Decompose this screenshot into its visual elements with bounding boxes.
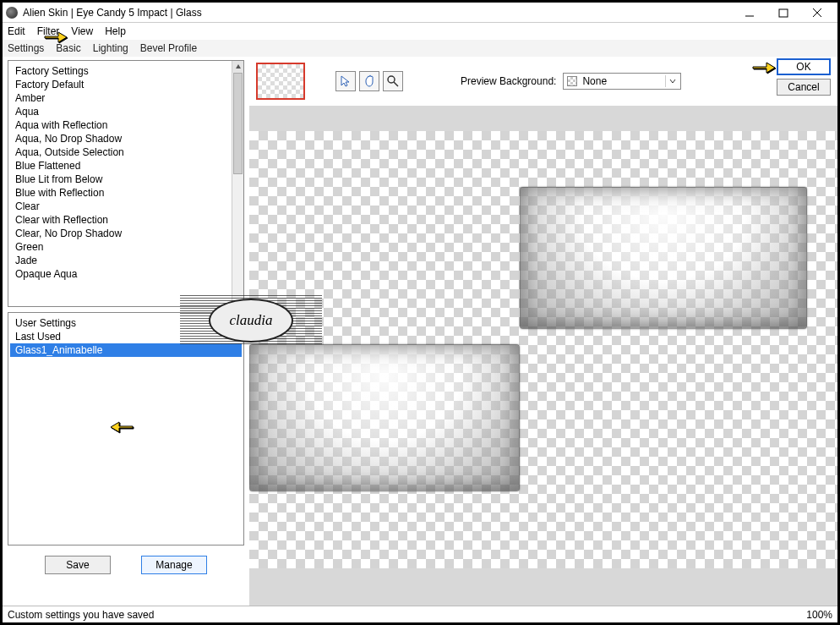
save-button[interactable]: Save xyxy=(45,556,111,574)
close-button[interactable] xyxy=(800,3,834,22)
transparency-swatch-icon xyxy=(567,76,577,86)
menu-help[interactable]: Help xyxy=(105,25,126,37)
app-icon xyxy=(6,7,18,19)
preview-background-control: Preview Background: None xyxy=(461,73,681,90)
list-item[interactable]: Blue Lit from Below xyxy=(10,173,230,186)
menu-filter[interactable]: Filter xyxy=(37,25,60,37)
list-item[interactable]: Jade xyxy=(10,254,230,267)
pointer-annotation-ok xyxy=(751,58,777,77)
svg-line-5 xyxy=(394,82,398,86)
zoom-level: 100% xyxy=(806,609,832,621)
cancel-button[interactable]: Cancel xyxy=(777,79,831,96)
menu-edit[interactable]: Edit xyxy=(8,25,25,37)
list-item[interactable]: Aqua xyxy=(10,105,230,118)
list-item[interactable]: Factory Default xyxy=(10,78,230,91)
titlebar: Alien Skin | Eye Candy 5 Impact | Glass xyxy=(3,3,837,23)
list-item[interactable]: Opaque Aqua xyxy=(10,267,230,281)
zoom-tool[interactable] xyxy=(383,71,403,91)
svg-rect-1 xyxy=(779,9,788,17)
list-item[interactable]: Amber xyxy=(10,91,230,105)
list-item-selected[interactable]: Glass1_Animabelle xyxy=(10,343,242,357)
list-item[interactable]: Clear, No Drop Shadow xyxy=(10,227,230,240)
list-item[interactable]: Clear with Reflection xyxy=(10,213,230,227)
gray-strip-bottom xyxy=(249,568,837,606)
glass-shape xyxy=(249,344,520,491)
list-item[interactable]: Blue with Reflection xyxy=(10,186,230,200)
factory-settings-panel: Factory Settings Factory Default Amber A… xyxy=(8,60,244,307)
toolbar-strip: Preview Background: None OK Cancel xyxy=(249,57,837,106)
tab-lighting[interactable]: Lighting xyxy=(93,42,128,54)
list-item[interactable]: Blue Flattened xyxy=(10,159,230,173)
scrollbar[interactable] xyxy=(232,61,243,306)
right-column: Preview Background: None OK Cancel xyxy=(249,57,837,606)
menubar: Edit Filter View Help xyxy=(3,23,837,40)
menu-view[interactable]: View xyxy=(71,25,93,37)
pointer-tool[interactable] xyxy=(335,71,356,91)
factory-settings-list[interactable]: Factory Settings Factory Default Amber A… xyxy=(8,61,232,306)
button-row: Save Manage xyxy=(8,551,244,576)
manage-button[interactable]: Manage xyxy=(141,556,207,574)
left-column: Factory Settings Factory Default Amber A… xyxy=(3,57,249,606)
list-item[interactable]: Green xyxy=(10,240,230,254)
preview-thumbnail[interactable] xyxy=(256,63,305,100)
tab-settings[interactable]: Settings xyxy=(8,42,44,54)
gray-strip-top xyxy=(249,106,837,131)
hand-tool[interactable] xyxy=(359,71,379,91)
list-item[interactable]: Clear xyxy=(10,200,230,213)
glass-shape xyxy=(520,187,807,329)
list-item-last-used[interactable]: Last Used xyxy=(10,330,242,343)
scroll-thumb[interactable] xyxy=(233,73,243,174)
statusbar: Custom settings you have saved 100% xyxy=(3,606,837,622)
list-item[interactable]: Aqua with Reflection xyxy=(10,118,230,132)
list-item[interactable]: Aqua, Outside Selection xyxy=(10,145,230,159)
list-item[interactable]: Aqua, No Drop Shadow xyxy=(10,132,230,145)
scroll-up-icon[interactable] xyxy=(232,61,243,73)
tab-basic[interactable]: Basic xyxy=(56,42,80,54)
chevron-down-icon xyxy=(665,75,679,87)
user-settings-header: User Settings xyxy=(10,316,242,330)
dialog-buttons: OK Cancel xyxy=(777,58,831,96)
minimize-button[interactable] xyxy=(733,3,766,22)
svg-point-4 xyxy=(388,76,395,83)
ok-button[interactable]: OK xyxy=(777,58,831,75)
factory-settings-header: Factory Settings xyxy=(10,64,230,78)
preview-background-label: Preview Background: xyxy=(461,75,556,87)
preview-canvas[interactable] xyxy=(249,131,837,568)
preview-background-value: None xyxy=(582,75,607,87)
preview-background-select[interactable]: None xyxy=(563,73,681,90)
user-settings-panel: User Settings Last Used Glass1_Animabell… xyxy=(8,312,244,546)
tool-group xyxy=(335,71,403,91)
maximize-button[interactable] xyxy=(766,3,800,22)
window-title: Alien Skin | Eye Candy 5 Impact | Glass xyxy=(23,7,733,19)
tabbar: Settings Basic Lighting Bevel Profile xyxy=(3,40,837,57)
status-text: Custom settings you have saved xyxy=(8,609,154,621)
tab-bevel-profile[interactable]: Bevel Profile xyxy=(140,42,197,54)
